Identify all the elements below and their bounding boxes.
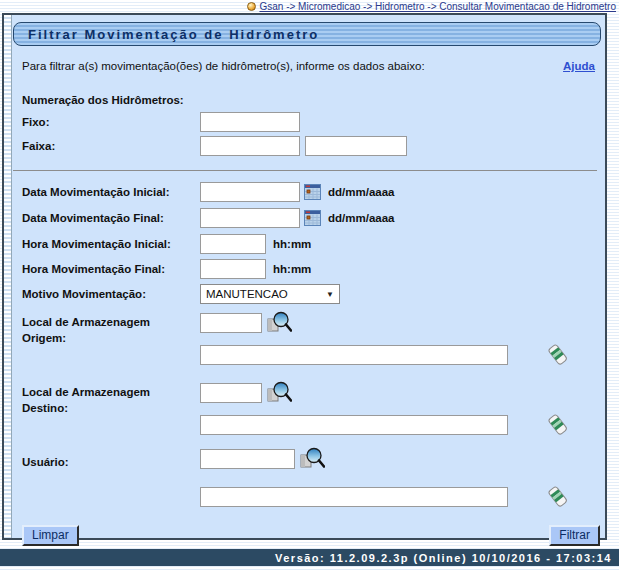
local-origem-code-input[interactable] <box>200 313 262 333</box>
motivo-select[interactable]: MANUTENCAO ▼ <box>200 284 340 304</box>
limpar-button[interactable]: Limpar <box>22 525 79 546</box>
eraser-icon[interactable] <box>546 342 570 368</box>
help-link[interactable]: Ajuda <box>563 60 595 72</box>
local-destino-descricao-field <box>200 415 508 435</box>
hora-final-label: Hora Movimentação Final: <box>22 263 200 275</box>
form-content: Filtrar Movimentação de Hidrômetro Para … <box>12 15 605 538</box>
gsan-ball-icon <box>247 2 256 11</box>
hora-final-format: hh:mm <box>273 263 311 275</box>
breadcrumb: Gsan -> Micromedicao -> Hidrometro -> Co… <box>0 0 619 13</box>
motivo-label: Motivo Movimentação: <box>22 288 200 300</box>
data-inicial-format: dd/mm/aaaa <box>328 186 394 198</box>
data-inicial-input[interactable] <box>200 182 300 202</box>
usuario-label: Usuário: <box>22 446 200 470</box>
data-inicial-label: Data Movimentação Inicial: <box>22 186 200 198</box>
faixa-from-input[interactable] <box>200 136 300 156</box>
motivo-selected-value: MANUTENCAO <box>206 288 288 300</box>
section-divider <box>13 170 597 171</box>
local-destino-label: Local de Armazenagem Destino: <box>22 380 200 416</box>
usuario-descricao-field <box>200 487 508 507</box>
left-stripe-decoration <box>4 15 12 538</box>
data-final-format: dd/mm/aaaa <box>328 212 394 224</box>
chevron-down-icon: ▼ <box>326 290 334 299</box>
local-origem-label: Local de Armazenagem Origem: <box>22 310 200 346</box>
calendar-icon[interactable] <box>304 210 321 226</box>
eraser-icon[interactable] <box>546 484 570 510</box>
search-icon[interactable] <box>265 310 292 336</box>
filter-window: Filtrar Movimentação de Hidrômetro Para … <box>2 13 607 540</box>
local-origem-descricao-field <box>200 345 508 365</box>
calendar-icon[interactable] <box>304 184 321 200</box>
search-icon[interactable] <box>265 380 292 406</box>
local-destino-code-input[interactable] <box>200 383 262 403</box>
page-title: Filtrar Movimentação de Hidrômetro <box>28 27 319 42</box>
search-icon[interactable] <box>298 446 325 472</box>
filtrar-button[interactable]: Filtrar <box>549 525 600 546</box>
section-numeracao-title: Numeração dos Hidrômetros: <box>13 94 601 106</box>
usuario-code-input[interactable] <box>200 449 295 469</box>
eraser-icon[interactable] <box>546 412 570 438</box>
version-text: Versão: 11.2.09.2.3p (Online) 10/10/2016… <box>275 552 612 564</box>
version-footer-bar: Versão: 11.2.09.2.3p (Online) 10/10/2016… <box>0 549 619 566</box>
faixa-label: Faixa: <box>22 140 200 152</box>
data-final-label: Data Movimentação Final: <box>22 212 200 224</box>
hora-inicial-input[interactable] <box>200 234 266 254</box>
intro-text: Para filtrar a(s) movimentação(ões) de h… <box>22 60 425 72</box>
fixo-label: Fixo: <box>22 116 200 128</box>
hora-inicial-label: Hora Movimentação Inicial: <box>22 238 200 250</box>
data-final-input[interactable] <box>200 208 300 228</box>
page-title-bar: Filtrar Movimentação de Hidrômetro <box>13 22 601 46</box>
faixa-to-input[interactable] <box>305 136 407 156</box>
hora-final-input[interactable] <box>200 259 266 279</box>
fixo-input[interactable] <box>200 112 300 132</box>
breadcrumb-links[interactable]: Gsan -> Micromedicao -> Hidrometro -> Co… <box>259 1 616 12</box>
hora-inicial-format: hh:mm <box>273 238 311 250</box>
